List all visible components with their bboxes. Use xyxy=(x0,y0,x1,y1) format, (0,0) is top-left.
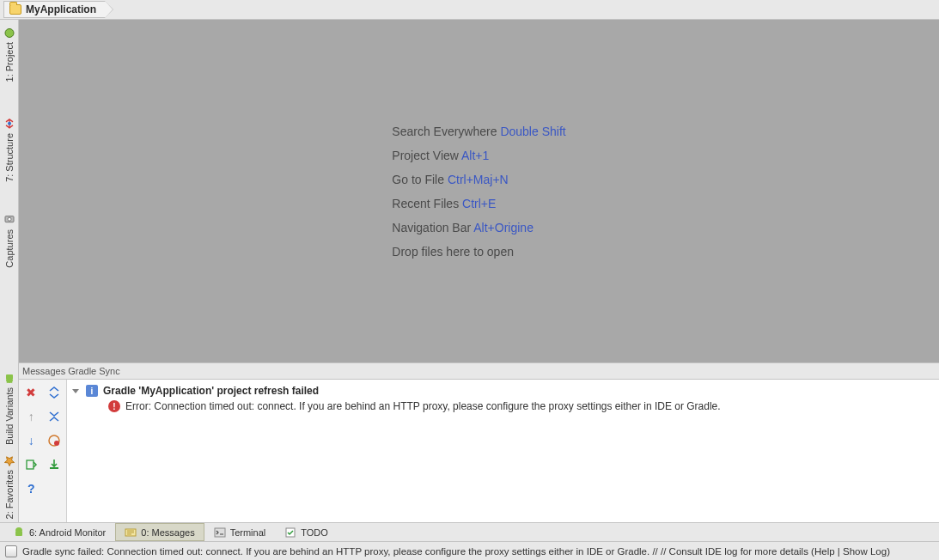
status-bar: Gradle sync failed: Connection timed out… xyxy=(0,541,939,560)
tip-search-label: Search Everywhere xyxy=(392,125,497,138)
tip-gotofile-shortcut[interactable]: Ctrl+Maj+N xyxy=(448,173,509,186)
error-message-row[interactable]: ! Error: Connection timed out: connect. … xyxy=(72,400,934,412)
breadcrumb-bar: MyApplication xyxy=(0,0,939,20)
svg-point-8 xyxy=(54,441,59,446)
tab-structure[interactable]: 7: Structure xyxy=(2,114,17,186)
filter-icon[interactable] xyxy=(45,431,64,450)
up-arrow-icon[interactable]: ↑ xyxy=(21,407,40,426)
tip-navbar-shortcut[interactable]: Alt+Origine xyxy=(473,221,534,234)
messages-title-bar[interactable]: Messages Gradle Sync xyxy=(19,362,939,380)
tip-navbar-label: Navigation Bar xyxy=(392,221,471,234)
tip-projview-label: Project View xyxy=(392,149,459,162)
help-icon[interactable]: ? xyxy=(21,479,40,498)
android-icon xyxy=(13,527,25,539)
import-icon[interactable] xyxy=(45,455,64,474)
tab-android-monitor-label: 6: Android Monitor xyxy=(29,527,106,538)
project-icon xyxy=(3,27,15,39)
messages-panel: ✖ ↑ ↓ ? xyxy=(19,380,939,522)
folder-icon xyxy=(9,4,21,15)
messages-toolbar: ✖ ↑ ↓ ? xyxy=(19,380,67,522)
tip-drop-label: Drop files here to open xyxy=(392,245,514,259)
left-tool-strip: 1: Project 7: Structure Captures Build V… xyxy=(0,20,19,522)
svg-point-1 xyxy=(8,122,11,125)
captures-icon xyxy=(3,214,15,226)
editor-tips: Search Everywhere Double Shift Project V… xyxy=(392,114,565,269)
status-text: Gradle sync failed: Connection timed out… xyxy=(22,546,890,557)
tab-todo[interactable]: TODO xyxy=(275,523,338,541)
tip-gotofile-label: Go to File xyxy=(392,173,444,186)
svg-line-6 xyxy=(7,381,8,383)
svg-rect-10 xyxy=(50,467,58,469)
star-icon xyxy=(3,454,15,466)
breadcrumb-root[interactable]: MyApplication xyxy=(3,1,106,18)
export-icon[interactable] xyxy=(21,455,40,474)
tip-projview-shortcut[interactable]: Alt+1 xyxy=(461,149,489,162)
error-body: Connection timed out: connect. If you ar… xyxy=(154,400,720,412)
svg-rect-16 xyxy=(215,528,225,537)
collapse-all-icon[interactable] xyxy=(45,407,64,426)
bottom-tool-tabs: 6: Android Monitor 0: Messages Terminal … xyxy=(0,522,939,541)
project-name: MyApplication xyxy=(26,3,96,15)
tab-messages[interactable]: 0: Messages xyxy=(115,523,204,541)
tab-android-monitor[interactable]: 6: Android Monitor xyxy=(3,523,115,541)
message-group-header[interactable]: i Gradle 'MyApplication' project refresh… xyxy=(72,383,934,399)
message-group-title: Gradle 'MyApplication' project refresh f… xyxy=(103,385,319,397)
status-indicator-icon[interactable] xyxy=(5,545,17,557)
down-arrow-icon[interactable]: ↓ xyxy=(21,431,40,450)
expand-all-icon[interactable] xyxy=(45,383,64,402)
messages-tree[interactable]: i Gradle 'MyApplication' project refresh… xyxy=(67,380,939,522)
svg-point-0 xyxy=(5,28,14,37)
error-icon: ! xyxy=(108,400,120,412)
tab-captures[interactable]: Captures xyxy=(2,210,17,271)
structure-icon xyxy=(3,118,15,130)
tab-terminal-label: Terminal xyxy=(230,527,266,538)
messages-icon xyxy=(125,527,137,539)
svg-rect-4 xyxy=(6,374,13,380)
todo-icon xyxy=(284,527,296,539)
android-icon xyxy=(3,372,15,384)
tip-recent-label: Recent Files xyxy=(392,197,459,210)
tab-terminal[interactable]: Terminal xyxy=(204,523,276,541)
tab-messages-label: 0: Messages xyxy=(141,527,194,538)
svg-rect-9 xyxy=(27,460,34,469)
messages-title: Messages Gradle Sync xyxy=(22,366,120,376)
error-prefix: Error: xyxy=(125,400,151,412)
tab-favorites[interactable]: 2: Favorites xyxy=(2,451,17,522)
tab-build-variants[interactable]: Build Variants xyxy=(2,368,17,448)
close-icon[interactable]: ✖ xyxy=(21,383,40,402)
terminal-icon xyxy=(214,527,226,539)
tab-project[interactable]: 1: Project xyxy=(2,23,17,85)
info-icon: i xyxy=(86,385,98,397)
svg-rect-11 xyxy=(15,531,22,536)
tab-todo-label: TODO xyxy=(301,527,328,538)
editor-empty-area: Search Everywhere Double Shift Project V… xyxy=(19,20,939,362)
tip-recent-shortcut[interactable]: Ctrl+E xyxy=(462,197,496,210)
tip-search-shortcut[interactable]: Double Shift xyxy=(500,125,565,138)
expand-triangle-icon[interactable] xyxy=(72,389,79,393)
